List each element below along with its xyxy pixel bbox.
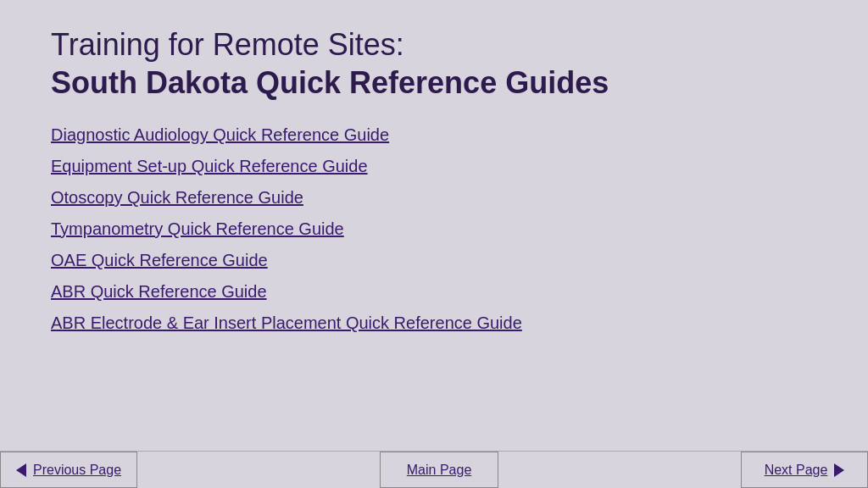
main-page-button[interactable]: Main Page: [380, 452, 498, 488]
main-page-label: Main Page: [407, 463, 472, 478]
links-list: Diagnostic Audiology Quick Reference Gui…: [51, 125, 817, 333]
link-diagnostic-audiology[interactable]: Diagnostic Audiology Quick Reference Gui…: [51, 125, 389, 144]
list-item: Otoscopy Quick Reference Guide: [51, 188, 817, 208]
link-otoscopy[interactable]: Otoscopy Quick Reference Guide: [51, 188, 303, 207]
bottom-navigation: Previous Page Main Page Next Page: [0, 451, 868, 488]
list-item: Diagnostic Audiology Quick Reference Gui…: [51, 125, 817, 145]
list-item: Equipment Set-up Quick Reference Guide: [51, 157, 817, 176]
main-content: Training for Remote Sites: South Dakota …: [0, 0, 868, 451]
list-item: ABR Quick Reference Guide: [51, 282, 817, 302]
list-item: OAE Quick Reference Guide: [51, 251, 817, 270]
previous-page-button[interactable]: Previous Page: [0, 452, 137, 488]
page-title: Training for Remote Sites: South Dakota …: [51, 25, 817, 102]
list-item: ABR Electrode & Ear Insert Placement Qui…: [51, 313, 817, 333]
arrow-right-icon: [834, 463, 844, 477]
link-oae[interactable]: OAE Quick Reference Guide: [51, 251, 268, 269]
next-page-label: Next Page: [765, 463, 828, 478]
arrow-left-icon: [16, 463, 26, 477]
previous-page-label: Previous Page: [33, 463, 121, 478]
title-line2: South Dakota Quick Reference Guides: [51, 65, 609, 100]
link-abr-electrode[interactable]: ABR Electrode & Ear Insert Placement Qui…: [51, 313, 522, 332]
link-tympanometry[interactable]: Tympanometry Quick Reference Guide: [51, 219, 344, 238]
title-line1: Training for Remote Sites:: [51, 27, 404, 62]
link-equipment-setup[interactable]: Equipment Set-up Quick Reference Guide: [51, 157, 368, 175]
link-abr[interactable]: ABR Quick Reference Guide: [51, 282, 267, 301]
next-page-button[interactable]: Next Page: [741, 452, 868, 488]
list-item: Tympanometry Quick Reference Guide: [51, 219, 817, 239]
